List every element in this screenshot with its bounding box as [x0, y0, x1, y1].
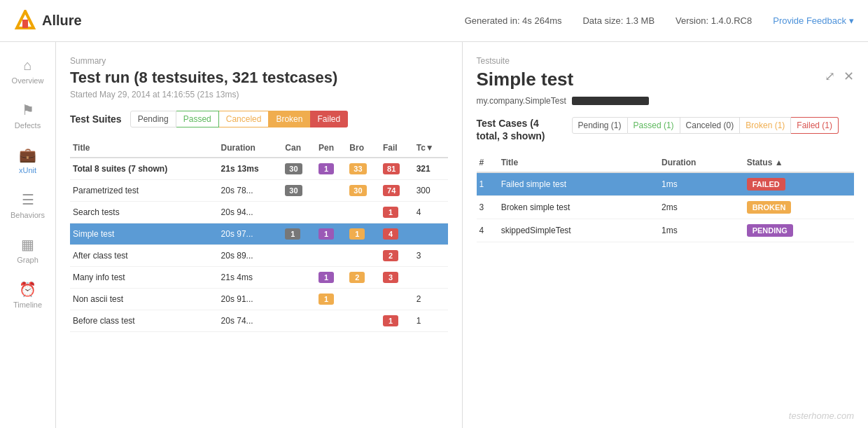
row-tc: 4 [414, 202, 448, 223]
table-row[interactable]: Non ascii test20s 91...12 [70, 289, 448, 310]
tc-filter-passed-button[interactable]: Passed (1) [628, 117, 680, 134]
col-can: Can [282, 139, 316, 158]
graph-icon: ▦ [21, 236, 34, 253]
list-icon: ☰ [22, 191, 34, 208]
row-fail [380, 289, 414, 310]
sidebar-item-behaviors[interactable]: ☰ Behaviors [0, 183, 55, 228]
sidebar-item-defects[interactable]: ⚑ Defects [0, 93, 55, 138]
row-title: Before class test [70, 310, 218, 332]
tc-filter-failed-button[interactable]: Failed (1) [791, 117, 839, 134]
row-pen [316, 202, 346, 223]
col-fail: Fail [380, 139, 414, 158]
tc-col-status: Status ▲ [744, 153, 854, 172]
row-pen: 1 [316, 267, 346, 289]
header-meta: Generated in: 4s 264ms Data size: 1.3 MB… [465, 15, 854, 26]
row-tc [414, 267, 448, 289]
filter-pending-button[interactable]: Pending [130, 111, 176, 127]
row-title: Non ascii test [70, 289, 218, 310]
watermark: testerhome.com [789, 410, 854, 421]
filter-broken-button[interactable]: Broken [269, 111, 310, 127]
sidebar-item-xunit[interactable]: 💼 xUnit [0, 138, 55, 183]
col-pen: Pen [316, 139, 346, 158]
table-row[interactable]: After class test20s 89...23 [70, 245, 448, 267]
row-fail: 2 [380, 245, 414, 267]
row-status: FAILED [744, 172, 854, 196]
briefcase-icon: 💼 [19, 146, 36, 163]
tc-col-title: Title [498, 153, 659, 172]
table-row[interactable]: Total 8 suites (7 shown)21s 13ms30133813… [70, 158, 448, 180]
row-tc: 2 [414, 289, 448, 310]
tc-filter-pending-button[interactable]: Pending (1) [572, 117, 628, 134]
row-can: 30 [282, 158, 316, 180]
row-duration: 20s 89... [218, 245, 283, 267]
row-num: 3 [477, 196, 498, 219]
test-cases-table: # Title Duration Status ▲ 1Failed simple… [477, 153, 855, 242]
filter-section-label: Test Suites [70, 113, 122, 125]
table-row[interactable]: Parametrized test20s 78...303074300 [70, 180, 448, 202]
table-row[interactable]: Before class test20s 74...11 [70, 310, 448, 332]
row-tc: 321 [414, 158, 448, 180]
sidebar-item-graph[interactable]: ▦ Graph [0, 228, 55, 272]
table-row[interactable]: 1Failed simple test1msFAILED [477, 172, 855, 196]
row-title: After class test [70, 245, 218, 267]
row-bro [346, 289, 380, 310]
sidebar-item-label: Overview [12, 76, 44, 85]
row-num: 4 [477, 219, 498, 242]
table-row[interactable]: Many info test21s 4ms123 [70, 267, 448, 289]
app-header: Allure Generated in: 4s 264ms Data size:… [0, 0, 868, 42]
meta-progress-bar [572, 97, 649, 105]
table-row[interactable]: Simple test20s 97...1114 [70, 223, 448, 245]
filter-passed-button[interactable]: Passed [176, 111, 219, 127]
sidebar-item-overview[interactable]: ⌂ Overview [0, 49, 55, 93]
row-can [282, 289, 316, 310]
expand-icon[interactable]: ⤢ [825, 69, 835, 84]
row-tc: 300 [414, 180, 448, 202]
app-logo: Allure [14, 10, 82, 32]
version: Version: 1.4.0.RC8 [676, 15, 752, 26]
row-fail: 1 [380, 202, 414, 223]
tc-filter-broken-button[interactable]: Broken (1) [740, 117, 791, 134]
sidebar-item-timeline[interactable]: ⏰ Timeline [0, 272, 55, 317]
row-fail: 81 [380, 158, 414, 180]
table-row[interactable]: 4skippedSimpleTest1msPENDING [477, 219, 855, 242]
left-panel: Summary Test run (8 testsuites, 321 test… [56, 42, 463, 428]
row-can [282, 245, 316, 267]
flag-icon: ⚑ [22, 102, 34, 118]
filter-canceled-button[interactable]: Canceled [219, 111, 270, 127]
generated-time: Generated in: 4s 264ms [465, 15, 562, 26]
row-title: Simple test [70, 223, 218, 245]
tc-filter-canceled-button[interactable]: Canceled (0) [680, 117, 741, 134]
col-duration: Duration [218, 139, 283, 158]
filter-failed-button[interactable]: Failed [310, 111, 348, 127]
tc-col-num: # [477, 153, 498, 172]
col-title: Title [70, 139, 218, 158]
row-pen [316, 310, 346, 332]
row-bro: 33 [346, 158, 380, 180]
table-row[interactable]: Search tests20s 94...14 [70, 202, 448, 223]
sidebar-item-label: Timeline [13, 301, 42, 309]
row-can: 30 [282, 180, 316, 202]
table-row[interactable]: 3Broken simple test2msBROKEN [477, 196, 855, 219]
right-panel-header: Simple test ⤢ ✕ [477, 69, 855, 90]
right-panel: Testsuite Simple test ⤢ ✕ my.company.Sim… [463, 42, 869, 428]
row-title: Broken simple test [498, 196, 659, 219]
row-duration: 1ms [659, 172, 744, 196]
row-duration: 20s 91... [218, 289, 283, 310]
row-fail: 1 [380, 310, 414, 332]
row-pen: 1 [316, 223, 346, 245]
test-suites-table: Title Duration Can Pen Bro Fail Tc▼ Tota… [70, 139, 448, 332]
row-can [282, 267, 316, 289]
close-icon[interactable]: ✕ [844, 69, 854, 84]
row-status: BROKEN [744, 196, 854, 219]
row-bro [346, 245, 380, 267]
sidebar-item-label: Graph [17, 256, 38, 264]
provide-feedback-button[interactable]: Provide Feedback ▾ [773, 15, 854, 26]
col-bro: Bro [346, 139, 380, 158]
app-body: ⌂ Overview ⚑ Defects 💼 xUnit ☰ Behaviors… [0, 42, 868, 428]
sidebar-item-label: Defects [15, 121, 41, 130]
row-can: 1 [282, 223, 316, 245]
row-title: Total 8 suites (7 shown) [70, 158, 218, 180]
tc-section-title: Test Cases (4 total, 3 shown) [477, 117, 561, 142]
home-icon: ⌂ [23, 57, 31, 74]
row-bro: 1 [346, 223, 380, 245]
